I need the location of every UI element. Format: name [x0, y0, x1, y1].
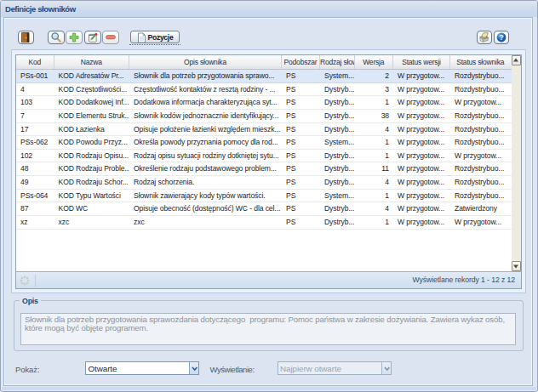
svg-text:?: ? — [499, 33, 503, 42]
